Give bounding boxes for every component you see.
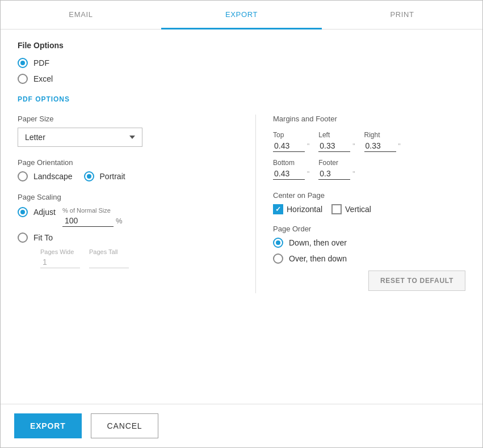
page-order-label: Page Order [273,225,465,233]
checkbox-horizontal[interactable]: Horizontal [273,204,322,214]
radio-landscape[interactable]: Landscape [18,171,73,181]
radio-fit-to[interactable]: Fit To [18,233,53,243]
adjust-input[interactable] [62,215,114,227]
tab-email[interactable]: EMAIL [1,1,161,29]
center-on-page-row: Horizontal Vertical [273,204,465,214]
radio-fit-to-circle[interactable] [18,233,28,243]
adjust-input-wrapper: % [62,215,123,227]
radio-down-then-over-circle[interactable] [273,238,283,248]
page-order-options: Down, then over Over, then down [273,238,465,264]
margin-footer-input[interactable] [318,168,350,180]
radio-adjust[interactable]: Adjust [18,207,56,217]
footer: EXPORT CANCEL [1,404,482,447]
margin-top: Top " [273,131,309,152]
pages-wide-label: Pages Wide [40,248,80,255]
center-on-page-section: Center on Page Horizontal Vertical [273,191,465,214]
pages-tall-input[interactable] [89,256,129,268]
radio-portrait[interactable]: Portrait [84,171,125,181]
pct-unit: % [116,217,123,225]
pages-tall-col: Pages Tall [89,248,129,268]
radio-landscape-circle[interactable] [18,171,28,181]
margins-grid: Top " Left " [273,131,465,180]
content-area: File Options PDF Excel PDF OPTIONS Paper… [1,29,482,404]
margins-row-2: Bottom " Footer " [273,159,465,180]
margin-bottom-input-row: " [273,168,309,180]
tab-export[interactable]: EXPORT [161,1,322,29]
radio-portrait-circle[interactable] [84,171,94,181]
tab-print[interactable]: PRINT [322,1,482,29]
margin-right-input-row: " [364,140,401,152]
margin-left-unit: " [352,142,355,150]
reset-row: RESET TO DEFAULT [273,264,465,293]
adjust-row: Adjust % of Normal Size % [18,207,238,227]
cancel-button[interactable]: CANCEL [91,413,159,438]
checkbox-vertical-box[interactable] [331,204,342,214]
left-column: Paper Size Letter Page Orientation Lands… [18,115,256,293]
margin-bottom-input[interactable] [273,168,305,180]
pct-label: % of Normal Size [62,207,123,214]
export-button[interactable]: EXPORT [14,413,82,438]
margin-left-input-row: " [318,140,355,152]
margin-right-input[interactable] [364,140,396,152]
margin-top-input[interactable] [273,140,305,152]
radio-down-then-over[interactable]: Down, then over [273,238,465,248]
radio-over-then-down-circle[interactable] [273,253,283,264]
fit-inputs: Pages Wide Pages Tall [40,248,238,268]
radio-excel[interactable]: Excel [18,74,465,84]
margin-footer-label: Footer [318,159,355,167]
pages-tall-label: Pages Tall [89,248,129,255]
paper-size-select[interactable]: Letter [18,128,142,147]
two-col-layout: Paper Size Letter Page Orientation Lands… [18,115,465,293]
paper-size-select-wrapper: Letter [18,128,238,147]
checkbox-horizontal-box[interactable] [273,204,283,214]
page-scaling-section: Page Scaling Adjust % of Normal Size % [18,193,238,268]
margin-bottom: Bottom " [273,159,309,180]
pages-wide-input[interactable] [40,256,80,268]
margin-bottom-unit: " [307,170,309,178]
margin-right: Right " [364,131,401,152]
paper-size-label: Paper Size [18,115,238,123]
radio-excel-circle[interactable] [18,74,28,84]
reset-to-default-button[interactable]: RESET TO DEFAULT [368,271,465,291]
dropdown-arrow-icon [129,136,135,139]
page-order-section: Page Order Down, then over Over, then do… [273,225,465,264]
radio-over-then-down[interactable]: Over, then down [273,253,465,264]
radio-pdf[interactable]: PDF [18,58,465,68]
tabs: EMAIL EXPORT PRINT [1,1,482,29]
file-options-group: PDF Excel [18,58,465,84]
fit-to-row: Fit To [18,233,238,243]
center-on-page-label: Center on Page [273,191,465,200]
page-scaling-label: Page Scaling [18,193,238,201]
file-options-title: File Options [18,41,465,50]
margin-left-input[interactable] [318,140,350,152]
margin-top-label: Top [273,131,309,139]
pages-wide-col: Pages Wide [40,248,80,268]
margin-left: Left " [318,131,355,152]
margins-title: Margins and Footer [273,115,465,123]
adjust-input-group: % of Normal Size % [62,207,123,227]
margins-row-1: Top " Left " [273,131,465,152]
margin-top-input-row: " [273,140,309,152]
margin-footer: Footer " [318,159,355,180]
checkbox-vertical[interactable]: Vertical [331,204,371,214]
margin-footer-unit: " [352,170,355,178]
margin-left-label: Left [318,131,355,139]
margin-right-label: Right [364,131,401,139]
radio-adjust-circle[interactable] [18,207,28,217]
pdf-options-label: PDF OPTIONS [18,95,465,103]
margin-footer-input-row: " [318,168,355,180]
margin-bottom-label: Bottom [273,159,309,167]
page-orientation-label: Page Orientation [18,158,238,167]
radio-pdf-circle[interactable] [18,58,28,68]
paper-size-value: Letter [25,133,45,142]
right-column: Margins and Footer Top " Left [256,115,465,293]
dialog: EMAIL EXPORT PRINT File Options PDF Exce… [0,0,483,448]
margin-right-unit: " [398,142,401,150]
margin-top-unit: " [307,142,309,150]
orientation-row: Landscape Portrait [18,171,238,181]
